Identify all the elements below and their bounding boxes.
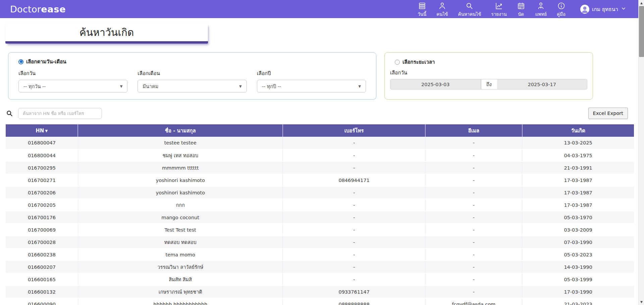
table-cell: -	[283, 224, 425, 236]
table-cell: 016600090	[6, 298, 78, 305]
page-title: ค้นหาวันเกิด	[79, 24, 134, 40]
user-avatar-icon	[580, 5, 589, 14]
search-row: Excel Export	[6, 108, 634, 119]
radio-unselected-icon[interactable]	[395, 60, 400, 65]
rows-icon	[418, 2, 426, 10]
table-cell: 21-03-1991	[522, 162, 634, 174]
day-select-value: -- ทุกวัน --	[23, 82, 46, 90]
table-cell: 016700205	[6, 199, 78, 211]
chart-icon	[495, 2, 503, 10]
table-cell: -	[425, 261, 522, 273]
table-row[interactable]: 016600207วรรณวินา ลาวัลย์รักษ์--14-03-19…	[6, 261, 634, 273]
nav-item-appointments[interactable]: นัด	[517, 0, 525, 18]
field-month: เลือกเดือน มีนาคม ▼	[138, 69, 247, 93]
table-row[interactable]: 016600132เกษราภรณ์ พุทธชาติ0933761147-17…	[6, 286, 634, 298]
table-cell: -	[283, 199, 425, 211]
table-row[interactable]: 016800044ชมพู่ เทส ทอสอบ--04-03-1975	[6, 149, 634, 162]
table-row[interactable]: 016700205กกก--17-03-1987	[6, 199, 634, 211]
table-row[interactable]: 016600165สิมสัท สิมสิ--05-03-1999	[6, 273, 634, 286]
search-input[interactable]	[18, 108, 102, 119]
table-cell: 05-03-1999	[522, 273, 634, 286]
patients-table: HN▼ ชื่อ - นามสกุล เบอร์โทร อีเมล วันเกิ…	[6, 124, 634, 305]
date-from-input[interactable]: 2025-03-03	[390, 79, 481, 89]
caret-down-icon: ▼	[358, 84, 361, 88]
table-row[interactable]: 016700176mango coconut--05-03-1970	[6, 211, 634, 224]
table-row[interactable]: 016600238tema momo--05-03-2023	[6, 248, 634, 261]
month-select[interactable]: มีนาคม ▼	[138, 80, 247, 93]
year-select[interactable]: -- ทุกปี -- ▼	[257, 80, 366, 93]
radio-by-day-month[interactable]: เลือกตามวัน-เดือน	[18, 58, 366, 66]
table-cell: 17-03-1990	[522, 286, 634, 298]
table-cell: -	[425, 149, 522, 162]
column-header-email[interactable]: อีเมล	[425, 124, 522, 137]
nav-item-patients[interactable]: คนไข้	[436, 0, 448, 18]
table-cell: -	[425, 174, 522, 186]
nav-item-search-patient[interactable]: ค้นหาคนไข้	[458, 0, 481, 18]
table-cell: 016800044	[6, 149, 78, 162]
column-header-hn[interactable]: HN▼	[6, 124, 78, 137]
table-row[interactable]: 016700295mmmmm tttttt--21-03-1991	[6, 162, 634, 174]
table-row[interactable]: 016600090hhhhhh hhhhhhhhhhh0888888888fcg…	[6, 298, 634, 305]
user-menu[interactable]: เกม ยุทธนา	[580, 5, 626, 14]
column-header-birthdate[interactable]: วันเกิด	[522, 124, 634, 137]
table-cell: เกษราภรณ์ พุทธชาติ	[78, 286, 283, 298]
day-select[interactable]: -- ทุกวัน -- ▼	[18, 80, 127, 93]
date-to-label: ถึง	[481, 79, 497, 89]
table-cell: -	[425, 137, 522, 149]
table-cell: -	[425, 236, 522, 248]
table-cell: 016600132	[6, 286, 78, 298]
patients-table-wrap: HN▼ ชื่อ - นามสกุล เบอร์โทร อีเมล วันเกิ…	[6, 124, 634, 305]
table-body: 016800047testee testee--13-03-2025016800…	[6, 137, 634, 305]
radio-by-range[interactable]: เลือกระยะเวลา	[395, 58, 587, 66]
column-header-phone[interactable]: เบอร์โทร	[283, 124, 425, 137]
nav-item-manual[interactable]: คู่มือ	[557, 0, 566, 18]
radio-selected-icon[interactable]	[18, 59, 23, 64]
nav-item-label: คนไข้	[436, 10, 448, 18]
day-month-fields: เลือกวัน -- ทุกวัน -- ▼ เลือกเดือน มีนาค…	[18, 69, 366, 93]
range-day-label: เลือกวัน	[390, 69, 587, 77]
date-range-group: 2025-03-03 ถึง 2025-03-17	[390, 79, 587, 89]
date-to-input[interactable]: 2025-03-17	[497, 79, 588, 89]
day-select-label: เลือกวัน	[18, 69, 127, 77]
field-day: เลือกวัน -- ทุกวัน -- ▼	[18, 69, 127, 93]
nav-item-doctors[interactable]: แพทย์	[535, 0, 547, 18]
search-icon	[465, 2, 474, 10]
radio-by-day-month-label: เลือกตามวัน-เดือน	[26, 58, 66, 66]
table-cell: 016700271	[6, 174, 78, 186]
table-cell: 17-03-1987	[522, 186, 634, 199]
calendar-icon	[517, 2, 525, 10]
table-cell: -	[425, 273, 522, 286]
column-header-name[interactable]: ชื่อ - นามสกุล	[78, 124, 283, 137]
table-cell: -	[425, 286, 522, 298]
table-cell: 016700069	[6, 224, 78, 236]
excel-export-button[interactable]: Excel Export	[588, 108, 628, 119]
field-year: เลือกปี -- ทุกปี -- ▼	[257, 69, 366, 93]
table-row[interactable]: 016800047testee testee--13-03-2025	[6, 137, 634, 149]
brand-logo[interactable]: Doctorease	[10, 4, 66, 14]
table-cell: -	[283, 248, 425, 261]
table-cell: 016600207	[6, 261, 78, 273]
table-row[interactable]: 016700206yoshinori kashimoto--17-03-1987	[6, 186, 634, 199]
table-cell: -	[283, 137, 425, 149]
table-cell: hhhhhh hhhhhhhhhhh	[78, 298, 283, 305]
vertical-scrollbar[interactable]: ▲ ▼	[638, 0, 644, 305]
filter-panel-date-range: เลือกระยะเวลา เลือกวัน 2025-03-03 ถึง 20…	[384, 52, 593, 100]
search-icon	[6, 110, 13, 117]
table-row[interactable]: 016700271yoshinori kashimoto0846944171-1…	[6, 174, 634, 186]
radio-by-range-label: เลือกระยะเวลา	[402, 58, 435, 66]
table-row[interactable]: 016700069Test Test test--03-03-2009	[6, 224, 634, 236]
table-cell: -	[425, 211, 522, 224]
scrollbar-down-arrow-icon[interactable]: ▼	[639, 299, 644, 305]
table-cell: -	[425, 224, 522, 236]
page-title-card: ค้นหาวันเกิด	[5, 23, 208, 44]
table-cell: -	[425, 248, 522, 261]
sort-desc-icon: ▼	[45, 129, 48, 133]
table-cell: 0888888888	[283, 298, 425, 305]
table-row[interactable]: 016700028ทดสอบ ทดสอบ--07-03-1990	[6, 236, 634, 248]
nav-item-reports[interactable]: รายงาน	[491, 0, 506, 18]
nav-item-today[interactable]: วันนี้	[418, 0, 426, 18]
nav-item-label: รายงาน	[491, 10, 506, 18]
scrollbar-up-arrow-icon[interactable]: ▲	[639, 0, 644, 6]
nav-item-label: คู่มือ	[557, 10, 566, 18]
scrollbar-thumb[interactable]	[639, 6, 644, 57]
